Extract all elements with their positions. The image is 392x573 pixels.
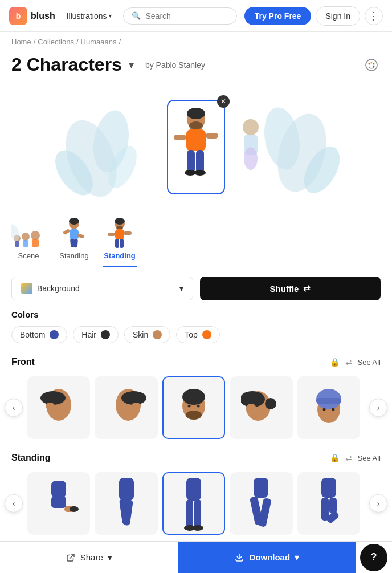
download-button[interactable]: Download ▾: [178, 542, 356, 573]
svg-point-65: [322, 408, 325, 411]
svg-point-54: [182, 389, 205, 405]
top-color-dot: [202, 330, 211, 339]
logo-text: blush: [31, 11, 55, 21]
front-item-4-svg: [241, 382, 281, 433]
tab-standing-2[interactable]: Standing: [103, 217, 137, 267]
tab-standing-1[interactable]: Standing: [57, 217, 91, 267]
standing-item-4-svg: [241, 475, 281, 532]
background-button[interactable]: Background ▾: [11, 277, 193, 300]
svg-point-16: [189, 121, 203, 131]
search-icon: 🔍: [132, 11, 141, 20]
svg-point-2: [371, 62, 373, 63]
share-chevron-icon: ▾: [108, 552, 112, 563]
skin-color-pill[interactable]: Skin: [124, 326, 170, 343]
front-item-1[interactable]: [27, 376, 90, 439]
background-chevron-icon: ▾: [179, 284, 183, 293]
front-item-2[interactable]: [95, 376, 157, 439]
svg-rect-21: [187, 150, 195, 173]
front-item-1-svg: [39, 382, 79, 433]
palette-button[interactable]: [362, 56, 381, 74]
front-carousel-next[interactable]: ›: [369, 399, 387, 417]
try-pro-button[interactable]: Try Pro Free: [244, 7, 312, 25]
front-item-2-svg: [107, 382, 146, 433]
svg-point-70: [70, 506, 79, 512]
standing-section-actions: 🔒 ⇄ See All: [330, 453, 381, 462]
svg-rect-44: [108, 233, 115, 236]
illustrations-label: Illustrations: [67, 11, 107, 21]
svg-point-61: [265, 398, 276, 409]
svg-point-1: [369, 63, 370, 64]
close-button[interactable]: ✕: [217, 95, 230, 108]
front-item-4[interactable]: [230, 376, 292, 439]
tab-scene-label: Scene: [18, 251, 39, 260]
preview-area: ✕: [11, 84, 381, 210]
standing1-tab-svg: [57, 217, 91, 248]
top-color-pill[interactable]: Top: [176, 326, 220, 343]
standing-carousel: ‹: [0, 468, 392, 539]
breadcrumb-sep2: /: [76, 38, 79, 46]
breadcrumb-collections[interactable]: Collections: [38, 38, 74, 46]
svg-point-49: [46, 403, 55, 409]
download-label: Download: [249, 552, 290, 562]
bottom-color-pill[interactable]: Bottom: [11, 326, 67, 343]
tab-scene[interactable]: Scene: [11, 217, 46, 267]
title-chevron-icon[interactable]: ▾: [129, 59, 134, 71]
svg-rect-46: [120, 239, 124, 248]
palette-icon: [365, 58, 378, 72]
navbar: b blush Illustrations ▾ 🔍 Try Pro Free S…: [0, 0, 392, 32]
search-input[interactable]: [145, 11, 228, 21]
hair-color-pill[interactable]: Hair: [73, 326, 119, 343]
svg-point-7: [48, 144, 101, 202]
svg-point-10: [260, 105, 304, 173]
standing-carousel-next[interactable]: ›: [369, 494, 387, 513]
svg-rect-13: [244, 135, 258, 155]
sign-in-button[interactable]: Sign In: [316, 6, 360, 26]
share-button[interactable]: Share ▾: [0, 542, 178, 573]
front-carousel-prev[interactable]: ‹: [5, 399, 23, 417]
svg-rect-28: [23, 240, 28, 247]
tab-standing-2-label: Standing: [104, 251, 136, 260]
svg-point-0: [366, 59, 377, 71]
standing-lock-icon[interactable]: 🔒: [330, 453, 340, 462]
front-item-5[interactable]: [297, 376, 360, 439]
standing-see-all-link[interactable]: See All: [358, 454, 381, 462]
svg-rect-18: [186, 129, 206, 151]
svg-rect-20: [174, 135, 186, 140]
bottom-bar: Share ▾ Download ▾ ?: [0, 541, 392, 573]
standing-item-3[interactable]: [162, 472, 225, 535]
shuffle-icon: ⇄: [303, 283, 311, 294]
front-see-all-link[interactable]: See All: [358, 358, 381, 367]
svg-rect-75: [186, 499, 193, 528]
search-box: 🔍: [123, 7, 237, 25]
standing-item-5[interactable]: [297, 472, 360, 535]
scene-tab-svg: [11, 218, 46, 247]
svg-point-66: [332, 408, 334, 411]
shuffle-button[interactable]: Shuffle ⇄: [200, 277, 381, 300]
shuffle-label: Shuffle: [270, 284, 299, 294]
svg-rect-30: [32, 239, 39, 247]
svg-rect-22: [196, 150, 204, 173]
help-button[interactable]: ?: [360, 544, 387, 571]
svg-point-78: [192, 525, 203, 531]
standing-carousel-prev[interactable]: ‹: [5, 494, 23, 513]
page-title: 2 Characters: [11, 54, 122, 75]
svg-point-8: [103, 141, 142, 192]
breadcrumb-current[interactable]: Humaaans: [81, 38, 117, 46]
colors-section: Colors Bottom Hair Skin Top: [0, 310, 392, 352]
illustrations-dropdown[interactable]: Illustrations ▾: [62, 9, 117, 23]
front-carousel-inner: [0, 372, 392, 444]
front-item-3[interactable]: [162, 376, 225, 439]
more-options-button[interactable]: ⋮: [365, 7, 383, 25]
tab-standing-1-image: [57, 217, 91, 248]
breadcrumb-home[interactable]: Home: [11, 38, 31, 46]
standing-section-header: Standing 🔒 ⇄ See All: [0, 448, 392, 468]
front-shuffle-icon[interactable]: ⇄: [345, 357, 352, 367]
author-label: by Pablo Stanley: [145, 60, 205, 70]
bottom-color-dot: [50, 330, 59, 339]
standing-item-2[interactable]: [95, 472, 157, 535]
front-lock-icon[interactable]: 🔒: [330, 357, 340, 367]
standing-shuffle-icon[interactable]: ⇄: [345, 453, 352, 462]
front-carousel: ‹: [0, 372, 392, 444]
standing-item-4[interactable]: [230, 472, 292, 535]
standing-item-1[interactable]: [27, 472, 90, 535]
